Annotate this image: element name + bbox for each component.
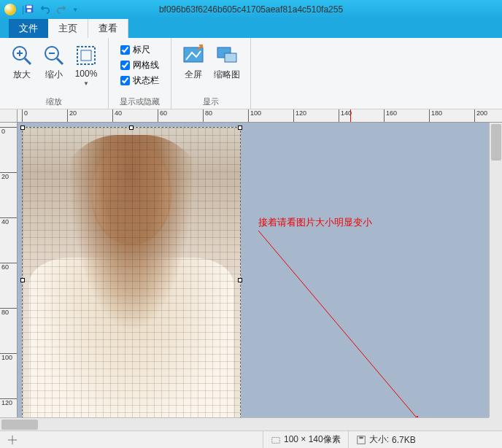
- check-ruler[interactable]: 标尺: [120, 44, 159, 56]
- scrollbar-thumb[interactable]: [491, 124, 501, 161]
- check-ruler-box[interactable]: [120, 45, 130, 55]
- ruler-corner: [0, 109, 18, 123]
- ruler-tick: 40: [0, 217, 18, 225]
- svg-line-4: [25, 58, 31, 64]
- ruler-tick: 160: [384, 109, 397, 123]
- check-grid-box[interactable]: [120, 61, 130, 70]
- status-cursor-pos: [0, 431, 263, 448]
- group-zoom-label: 缩放: [46, 96, 62, 107]
- group-display-label: 显示: [203, 96, 219, 107]
- canvas-image[interactable]: [22, 127, 241, 417]
- ribbon: 放大 缩小 100% ▼ 缩放 标尺 网格线 状态栏 显示或隐藏: [0, 38, 502, 109]
- group-show-hide-label: 显示或隐藏: [120, 96, 160, 107]
- resize-handle[interactable]: [20, 125, 25, 130]
- scrollbar-thumb[interactable]: [1, 420, 38, 430]
- scrollbar-vertical[interactable]: [489, 123, 502, 417]
- ruler-tick: 200: [474, 109, 487, 123]
- ruler-tick: 20: [67, 109, 77, 123]
- zoom-100-label: 100%: [75, 69, 98, 79]
- redo-icon[interactable]: [56, 4, 66, 16]
- ruler-tick: 60: [158, 109, 167, 123]
- undo-icon[interactable]: [40, 4, 50, 16]
- qat-dropdown-icon[interactable]: ▼: [72, 7, 78, 13]
- window-title: bf096b63f6246b605c41705aeaf81a4c510fa255: [159, 4, 343, 15]
- ruler-tick: 40: [112, 109, 122, 123]
- disk-icon: [356, 435, 366, 445]
- tab-home[interactable]: 主页: [48, 19, 88, 38]
- status-bar: 100 × 140像素 大小: 6.7KB: [0, 430, 502, 448]
- ribbon-tabs: 文件 主页 查看: [0, 19, 502, 38]
- tab-file[interactable]: 文件: [9, 19, 48, 38]
- group-zoom: 放大 缩小 100% ▼ 缩放: [0, 38, 109, 109]
- ruler-tick: 180: [429, 109, 442, 123]
- resize-handle[interactable]: [238, 125, 242, 130]
- fullscreen-label: 全屏: [185, 69, 202, 81]
- annotation-arrow: [258, 231, 426, 417]
- ruler-tick: 0: [22, 109, 28, 123]
- svg-rect-1: [27, 5, 32, 8]
- check-status-box[interactable]: [120, 76, 130, 85]
- quick-access-toolbar: ▼: [24, 4, 78, 16]
- svg-line-8: [57, 58, 63, 64]
- ruler-tick: 0: [0, 127, 18, 135]
- ruler-tick: 140: [339, 109, 352, 123]
- ruler-tick: 120: [293, 109, 306, 123]
- ruler-tick: 80: [203, 109, 212, 123]
- check-grid[interactable]: 网格线: [120, 59, 159, 72]
- ruler-tick: 100: [248, 109, 261, 123]
- ruler-tick: 60: [0, 263, 18, 271]
- app-icon: [4, 4, 16, 15]
- group-show-hide: 标尺 网格线 状态栏 显示或隐藏: [109, 38, 171, 109]
- canvas-area: 020406080100120140160180200 020406080100…: [0, 109, 502, 430]
- canvas-viewport[interactable]: 接着请看图片大小明显变小: [18, 123, 489, 417]
- zoom-in-button[interactable]: 放大: [7, 42, 36, 82]
- resize-handle[interactable]: [129, 125, 134, 130]
- zoom-100-button[interactable]: 100% ▼: [72, 42, 101, 88]
- thumbnail-label: 缩略图: [214, 69, 240, 81]
- svg-line-15: [258, 231, 419, 417]
- zoom-out-button[interactable]: 缩小: [39, 42, 69, 82]
- ruler-tick: 100: [0, 353, 18, 361]
- check-status[interactable]: 状态栏: [120, 74, 159, 87]
- resize-handle[interactable]: [238, 278, 242, 282]
- scrollbar-horizontal[interactable]: [0, 417, 489, 430]
- group-display: 全屏 缩略图 显示: [171, 38, 251, 109]
- resize-handle[interactable]: [20, 278, 25, 282]
- zoom-out-label: 缩小: [45, 69, 63, 81]
- status-dimensions: 100 × 140像素: [263, 431, 348, 448]
- status-filesize: 大小: 6.7KB: [348, 431, 423, 448]
- ruler-tick: 80: [0, 308, 18, 316]
- ruler-vertical: 020406080100120: [0, 123, 18, 417]
- ruler-tick: 120: [0, 398, 18, 406]
- thumbnail-button[interactable]: 缩略图: [211, 42, 243, 82]
- chevron-down-icon: ▼: [83, 80, 89, 87]
- svg-rect-18: [272, 437, 280, 443]
- svg-rect-2: [28, 9, 31, 12]
- scrollbar-corner: [489, 417, 502, 430]
- crosshair-icon: [7, 435, 18, 445]
- ruler-horizontal: 020406080100120140160180200: [18, 109, 502, 123]
- tab-view[interactable]: 查看: [88, 19, 128, 38]
- fullscreen-button[interactable]: 全屏: [179, 42, 208, 82]
- grid-overlay: [23, 128, 240, 417]
- zoom-in-label: 放大: [13, 69, 31, 81]
- title-bar: | ▼ bf096b63f6246b605c41705aeaf81a4c510f…: [0, 0, 502, 19]
- svg-rect-10: [77, 47, 95, 64]
- save-icon[interactable]: [24, 4, 34, 16]
- annotation-text: 接着请看图片大小明显变小: [258, 216, 372, 229]
- dimensions-icon: [271, 435, 281, 445]
- ruler-tick: 20: [0, 172, 18, 180]
- svg-rect-11: [81, 50, 91, 61]
- svg-rect-20: [359, 436, 363, 439]
- svg-rect-14: [225, 53, 236, 62]
